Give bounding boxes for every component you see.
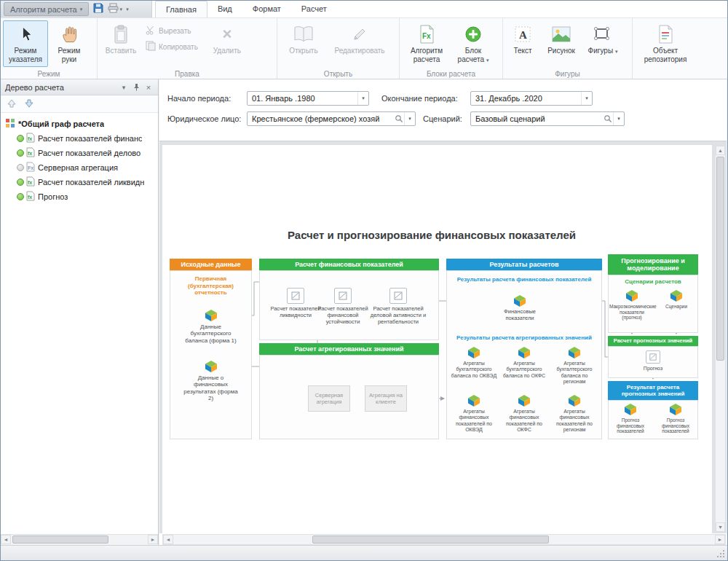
scroll-thumb[interactable] <box>716 157 724 361</box>
scenario-label: Сценарий: <box>423 111 462 126</box>
cut-button[interactable]: Вырезать <box>142 23 202 38</box>
node-balance-agg-region[interactable]: Агрегаты бухгалтерского баланса по регио… <box>550 346 598 385</box>
node-activity-calc[interactable]: Расчет показателей деловой активности и … <box>368 288 428 326</box>
node-stability-calc[interactable]: Расчет показателей финансовой устойчивос… <box>316 288 370 326</box>
fx-doc-icon: fx <box>26 191 35 203</box>
tab-format[interactable]: Формат <box>242 1 291 17</box>
cube-icon <box>568 346 581 359</box>
picture-label: Рисунок <box>547 47 575 55</box>
node-client-aggregation[interactable]: Агрегация на клиенте <box>365 385 407 412</box>
node-label: Агрегаты финансовых показателей по регио… <box>550 409 598 433</box>
scenario-value: Базовый сценарий <box>475 114 603 123</box>
save-icon <box>93 3 103 15</box>
paste-button[interactable]: Вставить <box>100 20 142 67</box>
calc-algorithm-button[interactable]: Fx Алгоритм расчета <box>402 20 451 67</box>
node-fin-agg-region[interactable]: Агрегаты финансовых показателей по регио… <box>550 394 598 433</box>
node-forecast-indicators-2[interactable]: Прогноз финансовых показателей <box>654 403 697 434</box>
scroll-left-icon[interactable]: ◄ <box>1 535 11 544</box>
tree-horizontal-scrollbar[interactable]: ◄ ► <box>1 534 158 545</box>
node-label: Агрегаты бухгалтерского баланса по регио… <box>550 361 598 385</box>
subsection-calc-scenarios: Сценарии расчетов <box>611 278 695 286</box>
node-financial-indicators[interactable]: Финансовые показатели <box>494 294 546 322</box>
node-balance-data[interactable]: Данные бухгалтерского баланса (форма 1) <box>181 309 240 344</box>
tree-item[interactable]: Fx Серверная агрегация <box>1 160 158 175</box>
text-button[interactable]: A Текст <box>505 20 540 67</box>
scroll-up-icon[interactable]: ▲ <box>716 146 725 155</box>
caret-down-icon: ▾ <box>581 92 592 105</box>
delete-button[interactable]: × Удалить <box>207 20 247 67</box>
scroll-thumb[interactable] <box>312 536 549 544</box>
scissors-icon <box>146 26 156 36</box>
repository-document-icon <box>657 23 674 45</box>
open-button[interactable]: Открыть <box>280 20 328 67</box>
node-fin-agg-okved[interactable]: Агрегаты финансовых показателей по ОКВЭД <box>450 394 498 433</box>
node-forecast-calc[interactable]: Прогноз <box>628 350 678 372</box>
move-down-button[interactable] <box>24 98 34 110</box>
ribbon-group-shapes: A Текст Рисунок Фигуры ▾ Фигуры <box>503 18 633 79</box>
hand-mode-button[interactable]: Режим руки <box>48 20 90 67</box>
cut-label: Вырезать <box>159 27 191 35</box>
diagram-page[interactable]: Расчет и прогнозирование финансовых пока… <box>162 145 712 533</box>
end-period-combo[interactable]: 31. Декабрь .2020 ▾ <box>470 91 593 106</box>
qat-customize-button[interactable]: ▾ <box>126 7 129 12</box>
section-header-source: Исходные данные <box>170 259 252 270</box>
node-liquidity-calc[interactable]: Расчет показателей ликвидности <box>269 288 323 319</box>
legal-entity-combo[interactable]: Крестьянское (фермерское) хозяй ▾ <box>247 111 416 126</box>
shapes-button[interactable]: Фигуры ▾ <box>582 20 623 67</box>
pointer-mode-button[interactable]: Режим указателя <box>3 20 48 67</box>
group-label-open: Открыть <box>277 70 399 78</box>
node-forecast-indicators-1[interactable]: Прогноз финансовых показателей <box>609 403 652 434</box>
ribbon-group-edit: Вставить Вырезать Копировать × Удалить П… <box>98 18 277 79</box>
node-balance-agg-okfs[interactable]: Агрегаты бухгалтерского баланса по ОКФС <box>500 346 548 379</box>
scroll-left-icon[interactable]: ◄ <box>163 535 173 544</box>
node-label: Макроэкономические показатели (прогноз) <box>609 304 654 321</box>
node-scenarios[interactable]: Сценарии <box>657 289 695 310</box>
start-period-combo[interactable]: 01. Январь .1980 ▾ <box>247 91 369 106</box>
canvas-vertical-scrollbar[interactable]: ▲ ▼ <box>715 145 726 533</box>
scroll-down-icon[interactable]: ▼ <box>716 522 725 532</box>
resize-grip[interactable] <box>716 549 725 558</box>
svg-text:fx: fx <box>28 136 32 141</box>
calc-block-button[interactable]: Блок расчета ▾ <box>451 20 495 67</box>
start-period-label: Начало периода: <box>167 91 231 106</box>
move-up-button[interactable] <box>7 98 17 110</box>
node-fin-agg-okfs[interactable]: Агрегаты финансовых показателей по ОКФС <box>500 394 548 433</box>
tree-item[interactable]: fx Расчет показателей ликвидн <box>1 175 158 189</box>
pin-icon[interactable] <box>131 82 141 93</box>
picture-icon <box>552 23 571 45</box>
section-header-fin-calc: Расчет финансовых показателей <box>259 259 439 270</box>
panel-menu-icon[interactable]: ▾ <box>119 82 129 93</box>
scroll-right-icon[interactable]: ► <box>148 535 158 544</box>
print-button[interactable]: ▾ <box>108 2 122 16</box>
close-panel-icon[interactable]: × <box>143 82 154 93</box>
app-menu-button[interactable]: Алгоритм расчета ▾ <box>4 2 89 16</box>
node-label: Агрегаты финансовых показателей по ОКФС <box>500 409 548 433</box>
copy-button[interactable]: Копировать <box>142 39 202 54</box>
tree-item[interactable]: fx Прогноз <box>1 189 158 204</box>
tab-calculation[interactable]: Расчет <box>291 1 337 17</box>
node-balance-agg-okved[interactable]: Агрегаты бухгалтерского баланса по ОКВЭД <box>450 346 498 379</box>
calc-block-label: Блок расчета <box>458 47 484 63</box>
tab-view[interactable]: Вид <box>207 1 242 17</box>
save-button[interactable] <box>91 2 106 16</box>
scroll-right-icon[interactable]: ► <box>715 535 725 544</box>
tree-item[interactable]: fx Расчет показателей делово <box>1 146 158 160</box>
cube-icon <box>518 394 531 407</box>
tree-item[interactable]: fx Расчет показателей финанс <box>1 131 158 146</box>
tree-item-root[interactable]: *Общий граф расчета <box>1 117 158 131</box>
status-dot-icon <box>17 149 24 157</box>
node-financial-results-data[interactable]: Данные о финансовых результатах (форма 2… <box>181 360 240 402</box>
scroll-thumb[interactable] <box>12 536 108 544</box>
tab-home[interactable]: Главная <box>155 1 207 17</box>
scenario-combo[interactable]: Базовый сценарий ▾ <box>470 111 625 126</box>
subsection-primary-reporting: Первичная (бухгалтерская) отчетность <box>173 275 249 297</box>
node-macro-indicators[interactable]: Макроэкономические показатели (прогноз) <box>609 289 654 321</box>
canvas-horizontal-scrollbar[interactable]: ◄ ► <box>162 534 726 545</box>
edit-object-label: Редактировать <box>334 47 384 55</box>
search-icon[interactable] <box>603 114 613 123</box>
picture-button[interactable]: Рисунок <box>540 20 582 67</box>
edit-object-button[interactable]: Редактировать <box>328 20 392 67</box>
search-icon[interactable] <box>394 114 404 123</box>
node-server-aggregation[interactable]: Серверная агрегация <box>308 385 350 412</box>
repository-object-button[interactable]: Объект репозитория <box>635 20 696 67</box>
